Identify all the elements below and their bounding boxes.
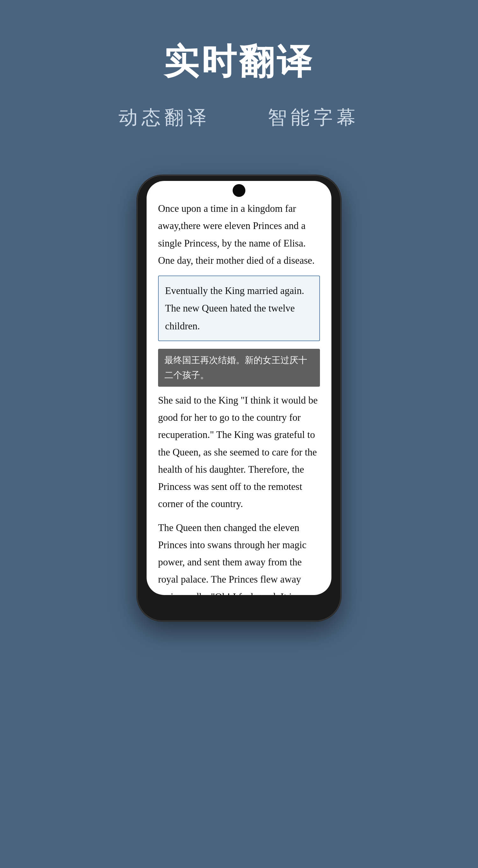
paragraph-1: Once upon a time in a kingdom far away,t… xyxy=(158,200,320,269)
subtitle-dynamic-translation: 动态翻译 xyxy=(119,105,210,131)
header-section: 实时翻译 动态翻译 智能字幕 xyxy=(0,0,478,156)
subtitle-row: 动态翻译 智能字幕 xyxy=(119,105,359,131)
highlighted-paragraph-2: Eventually the King married again. The n… xyxy=(158,276,320,341)
phone-frame: Once upon a time in a kingdom far away,t… xyxy=(137,175,341,621)
paragraph-3: She said to the King "I think it would b… xyxy=(158,392,320,513)
subtitle-smart-captions: 智能字幕 xyxy=(268,105,359,131)
translation-overlay: 最终国王再次结婚。新的女王过厌十二个孩子。 xyxy=(158,349,320,387)
paragraph-4: The Queen then changed the eleven Prince… xyxy=(158,519,320,595)
paragraph-2-text: Eventually the King married again. The n… xyxy=(165,285,304,332)
screen-content: Once upon a time in a kingdom far away,t… xyxy=(147,181,331,595)
phone-screen: Once upon a time in a kingdom far away,t… xyxy=(147,181,331,595)
main-title: 实时翻译 xyxy=(164,38,314,86)
phone-container: Once upon a time in a kingdom far away,t… xyxy=(137,175,341,621)
